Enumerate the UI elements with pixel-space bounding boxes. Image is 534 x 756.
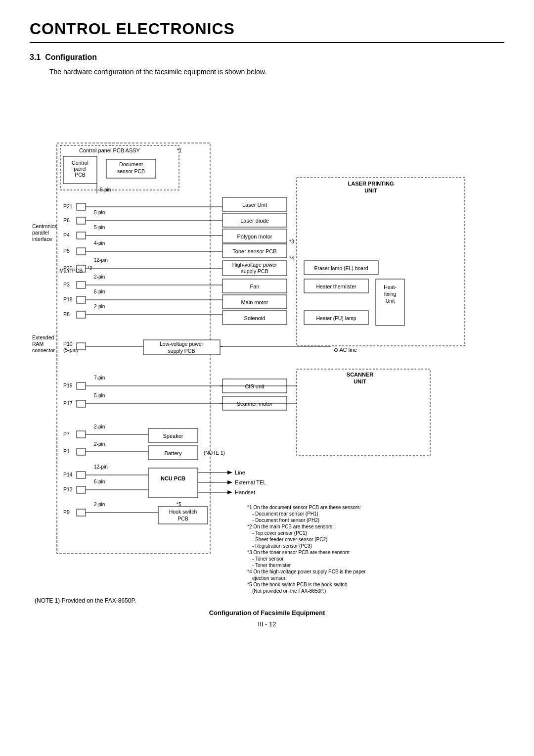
svg-rect-89 bbox=[222, 229, 287, 243]
svg-text:P20: P20 bbox=[63, 265, 73, 271]
svg-text:Solenoid: Solenoid bbox=[244, 315, 266, 321]
svg-text:Extended: Extended bbox=[32, 334, 54, 340]
svg-rect-54 bbox=[77, 382, 86, 389]
svg-text:2-pin: 2-pin bbox=[94, 274, 105, 280]
svg-text:sensor PCB: sensor PCB bbox=[117, 168, 145, 174]
svg-text:P3: P3 bbox=[63, 282, 70, 287]
svg-rect-98 bbox=[304, 261, 378, 275]
diagram-svg: Control panel PCB ASSY *1 Control panel … bbox=[30, 85, 504, 589]
svg-text:Scanner motor: Scanner motor bbox=[237, 401, 272, 407]
svg-text:- Toner thermister: - Toner thermister bbox=[252, 563, 291, 568]
control-panel-pcb-label: Control bbox=[72, 160, 89, 166]
svg-text:12-pin: 12-pin bbox=[94, 464, 108, 470]
svg-rect-102 bbox=[222, 295, 287, 309]
svg-rect-141 bbox=[158, 507, 208, 524]
svg-text:P8: P8 bbox=[63, 311, 70, 317]
svg-text:supply PCB: supply PCB bbox=[241, 268, 268, 274]
svg-rect-0 bbox=[57, 143, 210, 554]
page-number: III - 12 bbox=[30, 620, 504, 628]
svg-text:P14: P14 bbox=[63, 472, 73, 477]
svg-rect-108 bbox=[304, 311, 368, 325]
svg-rect-34 bbox=[77, 296, 86, 303]
svg-marker-136 bbox=[227, 480, 232, 484]
svg-text:supply PCB: supply PCB bbox=[168, 348, 195, 354]
svg-text:- Registration sensor (PC3): - Registration sensor (PC3) bbox=[252, 543, 312, 549]
svg-marker-139 bbox=[227, 490, 232, 494]
svg-rect-22 bbox=[77, 248, 86, 255]
svg-rect-125 bbox=[148, 428, 198, 442]
svg-text:- Top cover sensor (PC1): - Top cover sensor (PC1) bbox=[252, 530, 307, 536]
svg-text:2-pin: 2-pin bbox=[94, 424, 105, 429]
svg-text:6-pin: 6-pin bbox=[100, 187, 111, 192]
svg-text:Main PCB: Main PCB bbox=[59, 268, 83, 274]
svg-text:NCU PCB: NCU PCB bbox=[161, 475, 185, 481]
svg-text:P6: P6 bbox=[63, 217, 70, 223]
svg-rect-100 bbox=[222, 279, 287, 293]
svg-text:Main motor: Main motor bbox=[241, 299, 268, 305]
svg-rect-114 bbox=[143, 340, 220, 355]
svg-text:12-pin: 12-pin bbox=[94, 257, 108, 263]
svg-text:P10: P10 bbox=[63, 341, 73, 347]
svg-text:4-pin: 4-pin bbox=[94, 240, 105, 246]
svg-rect-127 bbox=[148, 446, 198, 460]
svg-text:(Not provided on the FAX-8650P: (Not provided on the FAX-8650P.) bbox=[252, 588, 326, 594]
svg-text:P18: P18 bbox=[63, 296, 73, 302]
svg-text:interface: interface bbox=[32, 236, 52, 242]
footer-note: (NOTE 1) Provided on the FAX-8650P. bbox=[35, 597, 504, 604]
svg-text:- Toner sensor: - Toner sensor bbox=[252, 556, 284, 562]
svg-text:panel: panel bbox=[74, 166, 87, 172]
svg-text:Laser Unit: Laser Unit bbox=[242, 202, 267, 208]
svg-text:Polygon motor: Polygon motor bbox=[237, 234, 272, 239]
svg-text:(5-pin): (5-pin) bbox=[63, 347, 78, 353]
svg-text:6-pin: 6-pin bbox=[94, 289, 105, 294]
svg-rect-130 bbox=[148, 468, 198, 498]
svg-text:P19: P19 bbox=[63, 382, 73, 388]
svg-rect-26 bbox=[77, 265, 86, 272]
svg-text:P7: P7 bbox=[63, 431, 70, 437]
svg-text:7-pin: 7-pin bbox=[94, 375, 105, 380]
svg-rect-82 bbox=[297, 178, 465, 346]
svg-text:*3 On the toner sensor PCB are: *3 On the toner sensor PCB are these sen… bbox=[247, 550, 351, 555]
svg-rect-66 bbox=[77, 448, 86, 455]
svg-text:*5: *5 bbox=[177, 502, 181, 507]
svg-text:Heat-: Heat- bbox=[384, 284, 397, 290]
svg-text:*4: *4 bbox=[289, 256, 294, 261]
svg-text:P17: P17 bbox=[63, 400, 73, 406]
svg-rect-18 bbox=[77, 232, 86, 239]
svg-rect-87 bbox=[222, 213, 287, 227]
svg-text:Toner sensor PCB: Toner sensor PCB bbox=[232, 248, 276, 254]
svg-text:(NOTE 1): (NOTE 1) bbox=[204, 450, 225, 456]
svg-text:6-pin: 6-pin bbox=[94, 479, 105, 484]
svg-rect-70 bbox=[77, 472, 86, 478]
svg-text:Low-voltage power: Low-voltage power bbox=[160, 341, 204, 347]
svg-text:Heater thermister: Heater thermister bbox=[316, 284, 356, 289]
svg-rect-118 bbox=[297, 369, 430, 456]
svg-text:PCB: PCB bbox=[75, 172, 86, 178]
svg-text:P1: P1 bbox=[63, 448, 70, 454]
svg-text:P21: P21 bbox=[63, 203, 73, 209]
svg-text:Battery: Battery bbox=[165, 450, 182, 456]
chapter-title: CONTROL ELECTRONICS bbox=[30, 20, 504, 43]
svg-text:P9: P9 bbox=[63, 509, 70, 515]
svg-text:5-pin: 5-pin bbox=[94, 210, 105, 215]
svg-text:CIS unit: CIS unit bbox=[245, 383, 264, 389]
svg-text:PCB: PCB bbox=[178, 516, 188, 521]
svg-rect-51 bbox=[77, 343, 86, 350]
svg-text:SCANNER: SCANNER bbox=[347, 372, 373, 378]
svg-text:*1 On the document sensor PCB : *1 On the document sensor PCB are these … bbox=[247, 505, 361, 510]
svg-text:Fan: Fan bbox=[250, 284, 260, 289]
svg-marker-133 bbox=[227, 471, 232, 474]
svg-text:External TEL: External TEL bbox=[235, 479, 266, 485]
svg-text:2-pin: 2-pin bbox=[94, 502, 105, 507]
svg-rect-14 bbox=[77, 217, 86, 224]
svg-rect-38 bbox=[77, 311, 86, 318]
svg-rect-91 bbox=[222, 244, 287, 258]
control-panel-pcb-assy-label: Control panel PCB ASSY bbox=[79, 147, 140, 153]
svg-text:Laser diode: Laser diode bbox=[240, 218, 269, 224]
svg-text:ejection sensor.: ejection sensor. bbox=[252, 575, 287, 581]
svg-rect-30 bbox=[77, 282, 86, 288]
svg-text:2-pin: 2-pin bbox=[94, 304, 105, 309]
svg-rect-58 bbox=[77, 400, 86, 407]
svg-rect-1 bbox=[60, 145, 179, 190]
section-title: 3.1 Configuration bbox=[30, 53, 504, 62]
